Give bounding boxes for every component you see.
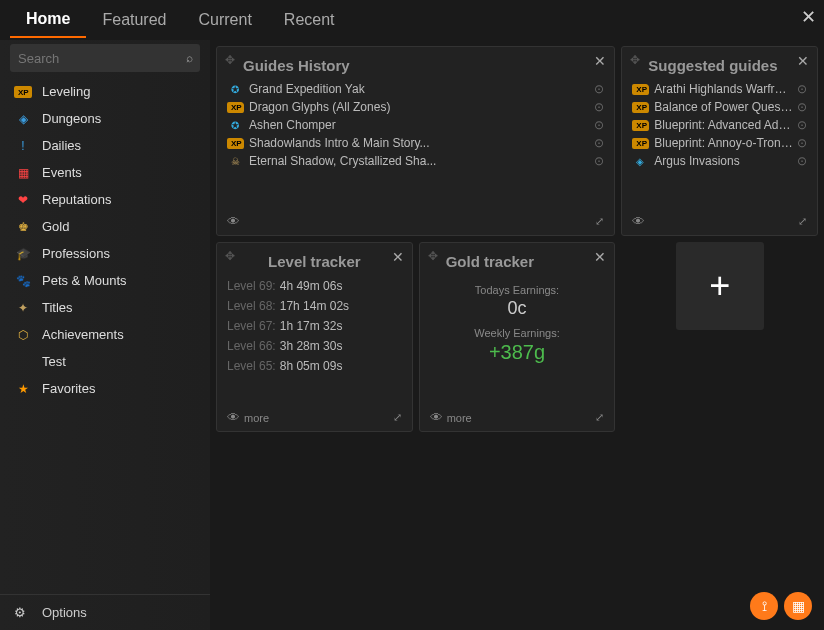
search-input[interactable] [18,51,186,66]
suggested-list: XPArathi Highlands Warfront Extra...⊙XPB… [632,80,807,170]
guide-title: Arathi Highlands Warfront Extra... [654,82,793,96]
expand-icon[interactable]: ⤢ [595,215,604,228]
card-close-icon[interactable]: ✕ [392,249,404,265]
expand-icon[interactable]: ⤢ [798,215,807,228]
sidebar-item-reputations[interactable]: ❤Reputations [0,186,210,213]
level-label: Level 69: [227,279,276,293]
guide-title: Shadowlands Intro & Main Story... [249,136,590,150]
guide-type-icon: XP [227,102,243,113]
options-button[interactable]: ⚙ Options [0,594,210,630]
level-label: Level 65: [227,359,276,373]
sidebar: ⌕ XPLeveling◈Dungeons!Dailies▦Events❤Rep… [0,40,210,630]
tab-recent[interactable]: Recent [268,3,351,37]
professions-icon: 🎓 [14,247,32,261]
guide-row[interactable]: XPShadowlands Intro & Main Story...⊙ [227,134,604,152]
search-box[interactable]: ⌕ [10,44,200,72]
card-close-icon[interactable]: ✕ [594,53,606,69]
guide-row[interactable]: XPArathi Highlands Warfront Extra...⊙ [632,80,807,98]
guide-row[interactable]: XPBlueprint: Advanced Adventurer...⊙ [632,116,807,134]
brush-icon: ⟟ [762,598,767,615]
sidebar-item-events[interactable]: ▦Events [0,159,210,186]
more-link[interactable]: 👁more [227,410,269,425]
guide-row[interactable]: XPBlueprint: Annoy-o-Tron Gang⊙ [632,134,807,152]
card-close-icon[interactable]: ✕ [797,53,809,69]
tab-home[interactable]: Home [10,2,86,38]
reset-layout-button[interactable]: ⟟ [750,592,778,620]
close-icon[interactable]: ✕ [801,6,816,28]
guide-title: Blueprint: Advanced Adventurer... [654,118,793,132]
sidebar-item-titles[interactable]: ✦Titles [0,294,210,321]
titles-icon: ✦ [14,301,32,315]
leveling-icon: XP [14,86,32,98]
gold-body: Todays Earnings: 0c Weekly Earnings: +38… [430,284,605,364]
suggested-guides-card: ✥ ✕ Suggested guides XPArathi Highlands … [621,46,818,236]
sidebar-item-label: Reputations [42,192,111,207]
tab-current[interactable]: Current [183,3,268,37]
level-row: Level 65:8h 05m 09s [227,356,402,376]
guide-row[interactable]: XPBalance of Power Questline⊙ [632,98,807,116]
sidebar-item-dungeons[interactable]: ◈Dungeons [0,105,210,132]
guide-type-icon: XP [632,138,648,149]
chevron-right-icon: ⊙ [797,154,807,168]
guide-row[interactable]: ✪Ashen Chomper⊙ [227,116,604,134]
eye-icon[interactable]: 👁 [632,214,645,229]
eye-icon: 👁 [227,410,240,425]
achievements-icon: ⬡ [14,328,32,342]
drag-handle-icon[interactable]: ✥ [630,53,640,67]
expand-icon[interactable]: ⤢ [393,411,402,424]
sidebar-item-gold[interactable]: ♚Gold [0,213,210,240]
level-label: Level 66: [227,339,276,353]
guide-row[interactable]: ◈Argus Invasions⊙ [632,152,807,170]
level-label: Level 68: [227,299,276,313]
sidebar-item-pets-mounts[interactable]: 🐾Pets & Mounts [0,267,210,294]
chevron-right-icon: ⊙ [797,82,807,96]
more-link[interactable]: 👁more [430,410,472,425]
chevron-right-icon: ⊙ [594,100,604,114]
tab-featured[interactable]: Featured [86,3,182,37]
sidebar-item-dailies[interactable]: !Dailies [0,132,210,159]
gold-tracker-card: ✥ ✕ Gold tracker Todays Earnings: 0c Wee… [419,242,616,432]
card-close-icon[interactable]: ✕ [594,249,606,265]
sidebar-item-leveling[interactable]: XPLeveling [0,78,210,105]
sidebar-item-test[interactable]: Test [0,348,210,375]
pets & mounts-icon: 🐾 [14,274,32,288]
search-icon: ⌕ [186,51,193,65]
guide-row[interactable]: ☠Eternal Shadow, Crystallized Sha...⊙ [227,152,604,170]
sidebar-item-achievements[interactable]: ⬡Achievements [0,321,210,348]
drag-handle-icon[interactable]: ✥ [428,249,438,263]
expand-icon[interactable]: ⤢ [595,411,604,424]
drag-handle-icon[interactable]: ✥ [225,53,235,67]
history-list: ✪Grand Expedition Yak⊙XPDragon Glyphs (A… [227,80,604,170]
gear-icon: ⚙ [14,605,32,620]
level-tracker-card: ✥ ✕ Level tracker Level 69:4h 49m 06sLev… [216,242,413,432]
level-time: 4h 49m 06s [280,279,343,293]
guide-type-icon: XP [632,102,648,113]
chevron-right-icon: ⊙ [594,82,604,96]
guide-row[interactable]: ✪Grand Expedition Yak⊙ [227,80,604,98]
level-time: 3h 28m 30s [280,339,343,353]
guide-type-icon: ✪ [227,84,243,95]
card-footer: 👁more ⤢ [430,410,605,425]
grid-layout-button[interactable]: ▦ [784,592,812,620]
sidebar-item-label: Gold [42,219,69,234]
drag-handle-icon[interactable]: ✥ [225,249,235,263]
chevron-right-icon: ⊙ [797,118,807,132]
card-footer: 👁 ⤢ [227,214,604,229]
today-earnings-label: Todays Earnings: [430,284,605,296]
level-row: Level 69:4h 49m 06s [227,276,402,296]
add-card-slot: + [621,242,818,432]
eye-icon[interactable]: 👁 [227,214,240,229]
gold-icon: ♚ [14,220,32,234]
level-row: Level 68:17h 14m 02s [227,296,402,316]
sidebar-item-label: Dungeons [42,111,101,126]
sidebar-item-professions[interactable]: 🎓Professions [0,240,210,267]
add-widget-button[interactable]: + [676,242,764,330]
sidebar-item-favorites[interactable]: ★Favorites [0,375,210,402]
guide-title: Argus Invasions [654,154,793,168]
chevron-right-icon: ⊙ [797,100,807,114]
guide-type-icon: ☠ [227,156,243,167]
sidebar-item-label: Pets & Mounts [42,273,127,288]
sidebar-item-label: Test [42,354,66,369]
guide-row[interactable]: XPDragon Glyphs (All Zones)⊙ [227,98,604,116]
level-time: 17h 14m 02s [280,299,349,313]
